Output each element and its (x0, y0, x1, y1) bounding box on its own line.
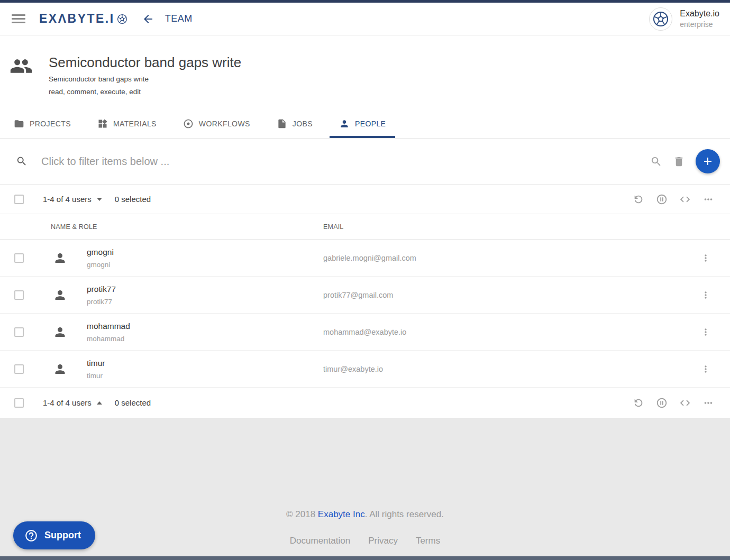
select-all-checkbox[interactable] (14, 195, 24, 204)
caret-down-icon[interactable] (97, 198, 102, 201)
user-role: gmogni (87, 261, 114, 269)
kebab-menu-icon[interactable] (700, 327, 711, 337)
footer-link[interactable]: Documentation (290, 536, 350, 546)
plus-icon (701, 155, 714, 168)
refresh-icon[interactable] (633, 397, 644, 409)
code-icon[interactable] (679, 397, 691, 409)
more-horiz-icon[interactable] (702, 194, 714, 205)
footer-link[interactable]: Terms (416, 536, 440, 546)
exabyte-logo[interactable]: EXΛBYTE.I (39, 12, 128, 26)
tab-label: MATERIALS (113, 120, 157, 128)
user-name-block: protik77 protik77 (87, 284, 116, 306)
table-header: NAME & ROLE EMAIL (0, 214, 730, 240)
kebab-menu-icon[interactable] (700, 253, 711, 263)
app-header: EXΛBYTE.I TEAM Exabyte.io enterprise (0, 3, 730, 35)
add-user-button[interactable] (696, 149, 720, 173)
team-permissions: read, comment, execute, edit (49, 88, 241, 96)
person-icon (53, 325, 67, 339)
footer-links: Documentation Privacy Terms (0, 536, 730, 546)
row-checkbox[interactable] (14, 327, 24, 337)
selected-count: 0 selected (115, 398, 151, 407)
support-button[interactable]: Support (13, 521, 95, 549)
team-subtitle: Semiconductor band gaps write (49, 75, 241, 83)
row-checkbox[interactable] (14, 364, 24, 374)
tab-people[interactable]: PEOPLE (330, 109, 395, 138)
user-name-block: timur timur (87, 359, 105, 380)
delete-icon[interactable] (673, 155, 685, 168)
table-row[interactable]: gmogni gmogni gabriele.mogni@gmail.com (0, 240, 730, 277)
user-email: mohammad@exabyte.io (323, 328, 406, 336)
tab-materials[interactable]: MATERIALS (88, 109, 166, 138)
company-link[interactable]: Exabyte Inc (318, 509, 365, 519)
tab-jobs[interactable]: JOBS (267, 109, 322, 138)
group-people-icon (7, 54, 35, 78)
copyright-suffix: . All rights reserved. (365, 509, 444, 519)
table-row[interactable]: protik77 protik77 protik77@gmail.com (0, 277, 730, 314)
tab-bar: PROJECTS MATERIALS WORKFLOWS JOBS PEOPLE (0, 109, 730, 139)
user-role: mohammad (87, 335, 130, 343)
tab-label: WORKFLOWS (199, 120, 250, 128)
widgets-icon (97, 118, 108, 129)
row-checkbox[interactable] (14, 290, 24, 300)
list-toolbar-top: 1-4 of 4 users 0 selected (0, 185, 730, 214)
team-title-section: Semiconductor band gaps write Semiconduc… (0, 35, 730, 109)
window-bottom-strip (0, 556, 730, 560)
select-all-checkbox[interactable] (14, 398, 24, 408)
table-row[interactable]: mohammad mohammad mohammad@exabyte.io (0, 314, 730, 351)
account-avatar[interactable] (649, 7, 672, 31)
user-name: gmogni (87, 247, 114, 257)
user-name-block: mohammad mohammad (87, 322, 130, 343)
file-icon (277, 118, 287, 129)
tab-label: PROJECTS (30, 120, 71, 128)
user-name-block: gmogni gmogni (87, 247, 114, 269)
table-row[interactable]: timur timur timur@exabyte.io (0, 351, 730, 388)
person-icon (53, 362, 67, 376)
filter-input[interactable] (41, 155, 650, 168)
user-email: gabriele.mogni@gmail.com (323, 254, 416, 262)
search-icon (16, 155, 28, 167)
caret-up-icon[interactable] (97, 401, 102, 405)
pause-icon[interactable] (656, 397, 668, 409)
selected-count: 0 selected (115, 195, 151, 204)
account-tier: enterprise (680, 20, 719, 29)
kebab-menu-icon[interactable] (700, 290, 711, 300)
refresh-icon[interactable] (633, 194, 644, 205)
row-checkbox[interactable] (14, 253, 24, 263)
filter-bar (0, 139, 730, 185)
pagination-range[interactable]: 1-4 of 4 users (43, 195, 92, 204)
user-role: timur (87, 372, 105, 380)
tab-workflows[interactable]: WORKFLOWS (174, 109, 260, 138)
account-info[interactable]: Exabyte.io enterprise (680, 9, 719, 29)
logo-text: EXΛBYTE.I (39, 12, 115, 26)
user-email: timur@exabyte.io (323, 365, 383, 373)
kebab-menu-icon[interactable] (700, 364, 711, 374)
column-header-email[interactable]: EMAIL (323, 223, 344, 231)
page-breadcrumb: TEAM (165, 13, 193, 24)
tab-projects[interactable]: PROJECTS (4, 109, 80, 138)
user-name: timur (87, 359, 105, 368)
footer-link[interactable]: Privacy (368, 536, 398, 546)
tab-label: JOBS (293, 120, 313, 128)
support-label: Support (44, 530, 81, 541)
copyright-prefix: © 2018 (286, 509, 318, 519)
person-icon (53, 288, 67, 302)
back-arrow-icon[interactable] (142, 13, 154, 25)
person-icon (339, 118, 350, 129)
pagination-range[interactable]: 1-4 of 4 users (43, 398, 92, 407)
user-role: protik77 (87, 298, 116, 306)
copyright: © 2018 Exabyte Inc. All rights reserved. (0, 509, 730, 520)
pause-icon[interactable] (656, 194, 668, 205)
help-icon (24, 529, 38, 543)
account-name: Exabyte.io (680, 9, 719, 19)
team-title: Semiconductor band gaps write (49, 54, 241, 70)
target-icon (183, 118, 194, 129)
search-toggle-icon[interactable] (650, 155, 662, 168)
more-horiz-icon[interactable] (702, 397, 714, 409)
folder-icon (14, 118, 24, 129)
fullerene-ball-icon (652, 10, 670, 28)
hamburger-menu-icon[interactable] (12, 12, 25, 25)
code-icon[interactable] (679, 194, 691, 205)
user-name: mohammad (87, 322, 130, 331)
footer-area: © 2018 Exabyte Inc. All rights reserved.… (0, 418, 730, 557)
column-header-name-role[interactable]: NAME & ROLE (51, 223, 97, 231)
